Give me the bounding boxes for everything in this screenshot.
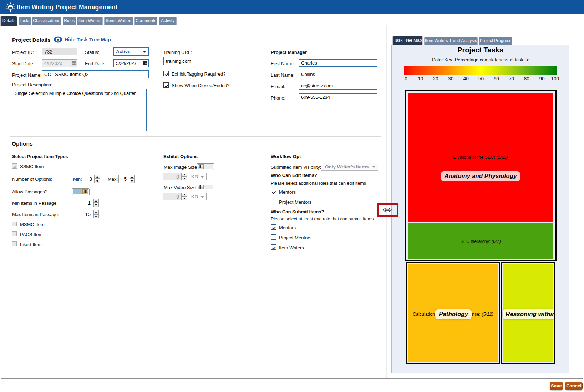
label-left: Calculation [413, 312, 435, 317]
start-date-label: Start Date: [12, 61, 34, 66]
submit-project-mentors-checkbox[interactable] [271, 234, 276, 240]
project-description-value: Single Selection Multiple Choice Questio… [15, 91, 136, 96]
email-input[interactable]: cc@strasz.com [299, 82, 377, 90]
allow-passages-toggle[interactable] [72, 188, 90, 195]
training-url-input[interactable]: training.com [163, 57, 252, 65]
calendar-icon[interactable] [142, 60, 148, 67]
first-name-value: Charles [301, 60, 317, 66]
splitter-handle[interactable] [386, 25, 387, 378]
tooltip-pathology: Pathology [435, 309, 472, 319]
max-video-size-label: Max Video Size [164, 185, 196, 190]
workflow-opt-heading: Workflow Opt [271, 154, 301, 159]
submit-mentors-checkbox[interactable] [271, 224, 276, 230]
project-tasks-title: Project Tasks [391, 46, 569, 54]
project-name-label: Project Name: [12, 72, 41, 78]
last-name-value: Collins [301, 72, 315, 77]
toggle-thumb[interactable] [82, 189, 88, 194]
pacs-item-checkbox[interactable] [12, 231, 17, 236]
tick-label: 40 [463, 76, 469, 81]
toggle-thumb[interactable] [198, 164, 204, 169]
first-name-input[interactable]: Charles [299, 59, 377, 67]
project-id-label: Project ID: [12, 50, 34, 55]
visibility-value: Only Writer's Items [325, 164, 369, 169]
min-options-stepper[interactable]: 3 [84, 175, 100, 183]
edit-mentors-checkbox[interactable] [271, 189, 276, 194]
tab-items-written[interactable]: Items Written [104, 17, 133, 25]
last-name-input[interactable]: Collins [299, 71, 377, 78]
tab-details[interactable]: Details [0, 16, 17, 26]
label: SEC hierarchy: [460, 239, 490, 244]
end-date-value: 5/24/2027 [116, 61, 137, 66]
min-items-stepper[interactable]: 1 [73, 199, 99, 207]
spin-down-icon[interactable] [93, 203, 99, 207]
max-video-size-unit-select: KB [189, 193, 207, 200]
project-id-value: 732 [44, 49, 52, 55]
tick-label: 60 [494, 76, 499, 81]
spin-down-icon [182, 197, 187, 200]
cancel-button[interactable]: Cancel [565, 382, 583, 390]
tab-activity[interactable]: Activity [159, 17, 177, 25]
edit-project-mentors-checkbox[interactable] [271, 199, 276, 204]
spin-up-icon[interactable] [93, 199, 99, 203]
eye-icon[interactable] [54, 36, 62, 45]
max-image-size-toggle[interactable] [197, 163, 214, 170]
tab-project-progress[interactable]: Project Progress [479, 37, 512, 45]
spin-down-icon[interactable] [93, 214, 99, 218]
end-date-label: End Date: [85, 61, 106, 66]
who-can-submit-heading: Who Can Submit Items? [271, 209, 324, 214]
max-video-size-toggle[interactable] [197, 184, 214, 190]
hierarchy-fraction: (6/7) [492, 239, 501, 244]
treemap-node-divisions-of-sec[interactable]: Divisions of the SEC: (1/25) [408, 93, 553, 222]
submit-project-mentors-label: Project Mentors [279, 235, 311, 240]
tick-label: 70 [509, 76, 514, 81]
max-options-stepper[interactable]: 5 [118, 175, 135, 183]
max-label: Max: [108, 177, 118, 182]
max-items-stepper[interactable]: 15 [73, 210, 99, 218]
show-when-closed-label: Show When Closed/Ended? [172, 83, 230, 88]
spin-down-icon[interactable] [95, 179, 100, 183]
show-when-closed-checkbox[interactable] [163, 82, 169, 88]
spin-down-icon[interactable] [130, 179, 135, 183]
treemap-group-calculation: Calculation Pathology nse: (5/12) [406, 262, 500, 364]
spin-up-icon[interactable] [130, 175, 135, 179]
exhibit-tagging-checkbox[interactable] [163, 71, 169, 76]
tab-task-tree-map[interactable]: Task Tree Map [392, 36, 423, 45]
tab-item-writers[interactable]: Item Writers [77, 17, 103, 25]
tab-classifications[interactable]: Classifications [32, 17, 61, 25]
tick-label: 10 [418, 76, 423, 81]
project-name-input[interactable]: CC - SSMC Items Q2 [42, 70, 149, 78]
grip-lines-icon [200, 185, 201, 189]
end-date-field[interactable]: 5/24/2027 [113, 59, 149, 67]
spin-up-icon[interactable] [95, 175, 100, 179]
tick-label: 80 [524, 76, 529, 81]
lightbulb-icon [6, 2, 15, 14]
toggle-thumb[interactable] [198, 185, 204, 189]
section-divider [10, 136, 381, 137]
tab-tasks[interactable]: Tasks [19, 17, 31, 25]
save-button[interactable]: Save [550, 382, 563, 390]
treemap-node-hierarchy-label: SEC hierarchy: (6/7) [408, 239, 553, 244]
likert-item-checkbox[interactable] [12, 241, 17, 246]
status-label: Status: [85, 50, 99, 55]
status-select[interactable]: Active [113, 47, 149, 56]
spin-up-icon [182, 193, 187, 197]
ssmc-item-checkbox [12, 163, 17, 169]
tooltip-reasoning-within: Reasoning within [503, 309, 555, 319]
project-description-textarea[interactable]: Single Selection Multiple Choice Questio… [12, 89, 147, 131]
stepper-buttons [93, 199, 99, 207]
min-label: Min: [73, 177, 82, 182]
tab-item-writers-trend[interactable]: Item Writers Trend Analysis [424, 37, 478, 45]
app-title: Item Writing Project Management [17, 4, 118, 11]
training-url-value: training.com [166, 58, 191, 64]
submit-item-writers-checkbox[interactable] [271, 244, 276, 250]
spin-up-icon[interactable] [93, 210, 99, 214]
msmc-item-checkbox[interactable] [12, 222, 17, 226]
spin-up-icon [182, 173, 187, 177]
chevron-down-icon [201, 176, 204, 178]
tab-comments[interactable]: Comments [134, 17, 157, 25]
treemap-node-sec-hierarchy[interactable]: SEC hierarchy: (6/7) [408, 223, 553, 259]
hide-task-tree-map-link[interactable]: Hide Task Tree Map [65, 37, 111, 42]
likert-item-label: Likert Item [20, 242, 42, 247]
phone-input[interactable]: 609-555-1234 [299, 93, 377, 101]
tab-rules[interactable]: Rules [63, 17, 76, 25]
